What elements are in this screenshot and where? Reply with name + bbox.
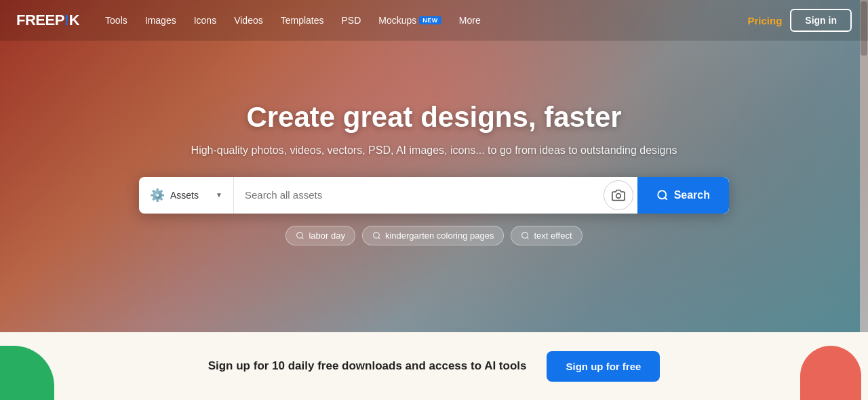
- nav-item-videos[interactable]: Videos: [227, 11, 270, 30]
- chevron-down-icon: ▼: [216, 191, 222, 199]
- pricing-link[interactable]: Pricing: [747, 15, 782, 26]
- signin-button[interactable]: Sign in: [790, 9, 852, 32]
- nav-item-tools[interactable]: Tools: [98, 11, 134, 30]
- search-input[interactable]: [234, 177, 604, 214]
- search-icon: [656, 189, 669, 201]
- bottom-banner: Sign up for 10 daily free downloads and …: [0, 332, 868, 400]
- suggestion-labor-day[interactable]: labor day: [285, 226, 355, 245]
- camera-icon: [612, 188, 625, 202]
- hero-content: Create great designs, faster High-qualit…: [139, 87, 729, 245]
- camera-search-button[interactable]: [604, 180, 633, 210]
- suggestions: labor day kindergarten coloring pages te…: [139, 226, 729, 245]
- search-button[interactable]: Search: [637, 177, 729, 214]
- nav-item-mockups[interactable]: Mockups NEW: [372, 11, 448, 30]
- navbar: FREEP!K Tools Images Icons Videos Templa…: [0, 0, 868, 41]
- nav-item-psd[interactable]: PSD: [335, 11, 368, 30]
- suggestion-kindergarten[interactable]: kindergarten coloring pages: [362, 226, 504, 245]
- hero-subtitle: High-quality photos, videos, vectors, PS…: [139, 144, 729, 157]
- search-small-icon: [296, 231, 304, 240]
- logo-rest: K: [69, 12, 79, 28]
- signup-button[interactable]: Sign up for free: [547, 351, 660, 382]
- new-badge: NEW: [419, 16, 441, 24]
- search-bar: ⚙️ Assets ▼ Search: [139, 177, 729, 214]
- search-small-icon: [372, 231, 381, 240]
- nav-item-icons[interactable]: Icons: [187, 11, 223, 30]
- logo-accent: !: [64, 12, 69, 28]
- nav-links: Tools Images Icons Videos Templates PSD …: [98, 11, 747, 30]
- hero-section: FREEP!K Tools Images Icons Videos Templa…: [0, 0, 868, 332]
- blob-green: [0, 346, 54, 400]
- banner-text: Sign up for 10 daily free downloads and …: [208, 359, 527, 373]
- search-small-icon: [521, 231, 530, 240]
- svg-point-1: [658, 191, 666, 199]
- nav-item-images[interactable]: Images: [138, 11, 183, 30]
- category-selector[interactable]: ⚙️ Assets ▼: [139, 177, 234, 214]
- logo[interactable]: FREEP!K: [16, 12, 79, 29]
- suggestion-text-effect[interactable]: text effect: [511, 226, 582, 245]
- hero-title: Create great designs, faster: [139, 100, 729, 134]
- blob-coral: [800, 346, 861, 400]
- nav-item-templates[interactable]: Templates: [274, 11, 331, 30]
- svg-point-2: [297, 232, 303, 238]
- logo-text: FREEP: [16, 12, 64, 28]
- category-icon: ⚙️: [150, 188, 165, 203]
- category-label: Assets: [170, 190, 199, 201]
- nav-right: Pricing Sign in: [747, 9, 852, 32]
- nav-item-more[interactable]: More: [452, 11, 488, 30]
- svg-point-3: [374, 232, 380, 238]
- svg-point-4: [522, 232, 528, 238]
- svg-point-0: [616, 193, 620, 198]
